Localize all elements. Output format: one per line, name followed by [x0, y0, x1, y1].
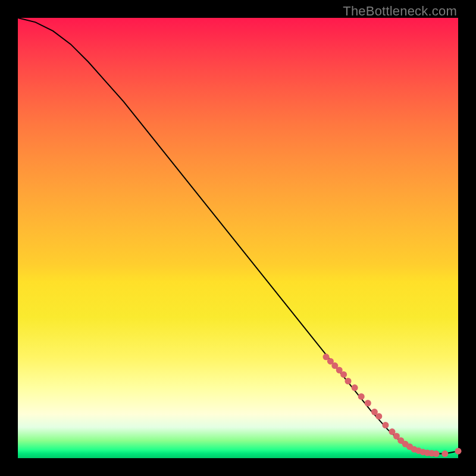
data-point — [340, 371, 347, 378]
data-point — [365, 400, 371, 406]
data-point — [352, 384, 358, 391]
data-point — [455, 448, 462, 455]
data-point — [382, 422, 389, 428]
data-point — [375, 413, 382, 419]
data-point — [358, 393, 365, 400]
curve-path — [18, 18, 458, 454]
data-point — [441, 450, 448, 457]
chart-overlay — [18, 18, 458, 458]
curve-line — [18, 18, 458, 454]
watermark-text: TheBottleneck.com — [343, 4, 457, 19]
chart-stage: TheBottleneck.com — [0, 0, 476, 476]
data-point — [433, 450, 440, 457]
data-point — [345, 378, 352, 384]
highlight-points — [323, 353, 462, 457]
